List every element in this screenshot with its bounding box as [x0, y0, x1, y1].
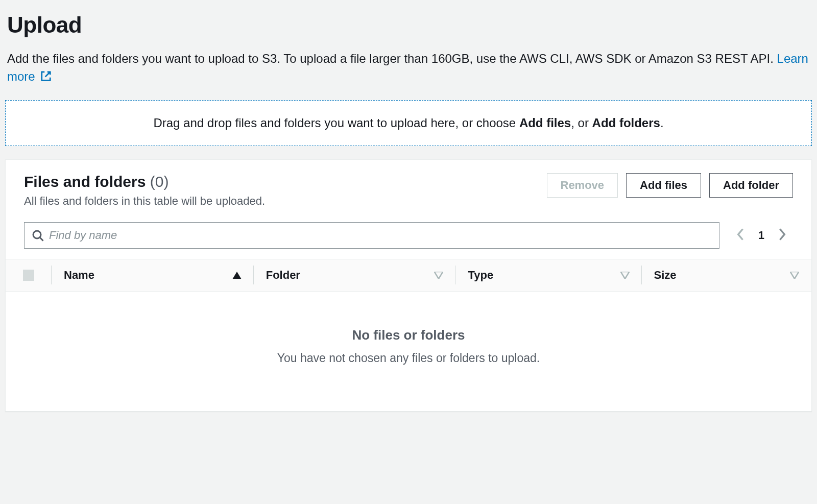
page-description: Add the files and folders you want to up… — [5, 50, 812, 100]
page-number: 1 — [758, 229, 764, 242]
column-folder[interactable]: Folder — [254, 259, 456, 291]
empty-state-message: You have not chosen any files or folders… — [16, 351, 801, 365]
dropzone-sep: , or — [571, 116, 592, 130]
column-name-label: Name — [64, 269, 94, 282]
panel-title-text: Files and folders — [24, 173, 146, 190]
dropzone-text-prefix: Drag and drop files and folders you want… — [153, 116, 519, 130]
panel-header: Files and folders (0) All files and fold… — [6, 160, 811, 208]
dropzone-suffix: . — [660, 116, 664, 130]
description-text: Add the files and folders you want to up… — [7, 52, 777, 65]
search-box[interactable] — [24, 222, 719, 249]
column-size[interactable]: Size — [642, 259, 811, 291]
panel-title: Files and folders (0) — [24, 173, 265, 190]
sort-icon — [620, 272, 630, 279]
sort-icon — [434, 272, 443, 279]
column-folder-label: Folder — [266, 269, 300, 282]
chevron-left-icon — [736, 227, 746, 242]
empty-state: No files or folders You have not chosen … — [6, 292, 811, 411]
search-icon — [32, 229, 44, 242]
panel-actions: Remove Add files Add folder — [547, 173, 794, 198]
table-header: Name Folder Type Size — [6, 259, 811, 292]
add-folder-button[interactable]: Add folder — [709, 173, 793, 198]
search-input[interactable] — [44, 227, 712, 244]
column-select-all[interactable] — [6, 259, 52, 291]
dropzone-add-files: Add files — [519, 116, 571, 130]
files-panel: Files and folders (0) All files and fold… — [5, 159, 812, 412]
panel-count: (0) — [150, 173, 169, 190]
panel-subtitle: All files and folders in this table will… — [24, 195, 265, 208]
column-size-label: Size — [654, 269, 677, 282]
search-row: 1 — [6, 208, 811, 259]
select-all-checkbox[interactable] — [23, 270, 34, 281]
column-name[interactable]: Name — [52, 259, 254, 291]
external-link-icon — [40, 70, 52, 82]
dropzone[interactable]: Drag and drop files and folders you want… — [5, 100, 812, 146]
svg-point-0 — [33, 231, 41, 238]
remove-button: Remove — [547, 173, 618, 198]
page-title: Upload — [5, 0, 812, 50]
dropzone-add-folders: Add folders — [592, 116, 660, 130]
add-files-button[interactable]: Add files — [626, 173, 701, 198]
sort-icon — [790, 272, 799, 279]
pagination: 1 — [730, 225, 793, 245]
sort-asc-icon — [232, 272, 242, 279]
empty-state-title: No files or folders — [16, 327, 801, 343]
prev-page-button[interactable] — [734, 225, 748, 245]
chevron-right-icon — [777, 227, 787, 242]
column-type[interactable]: Type — [455, 259, 641, 291]
next-page-button[interactable] — [775, 225, 789, 245]
column-type-label: Type — [468, 269, 493, 282]
